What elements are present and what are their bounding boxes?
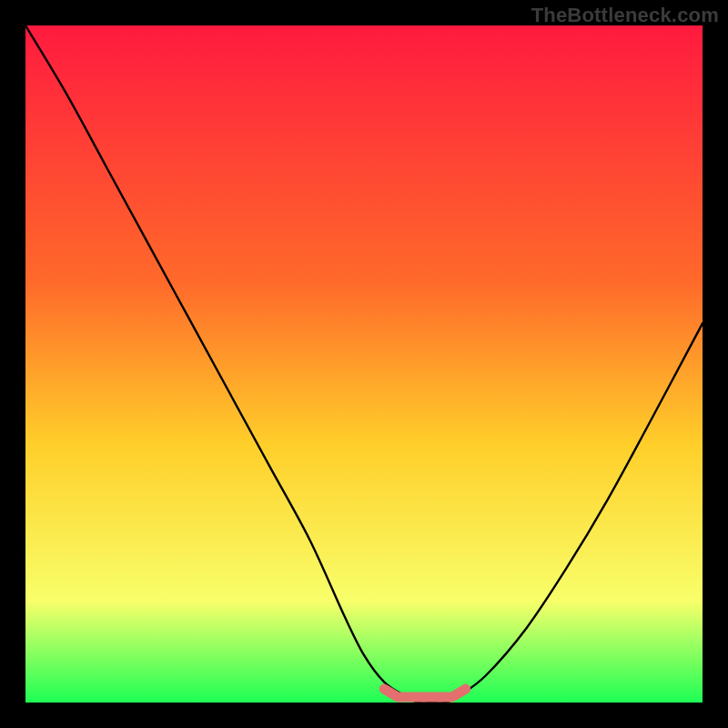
plot-area [25,25,703,703]
bottleneck-chart [25,25,703,703]
chart-frame: TheBottleneck.com [0,0,728,728]
gradient-background [25,25,703,703]
watermark-text: TheBottleneck.com [531,4,719,27]
